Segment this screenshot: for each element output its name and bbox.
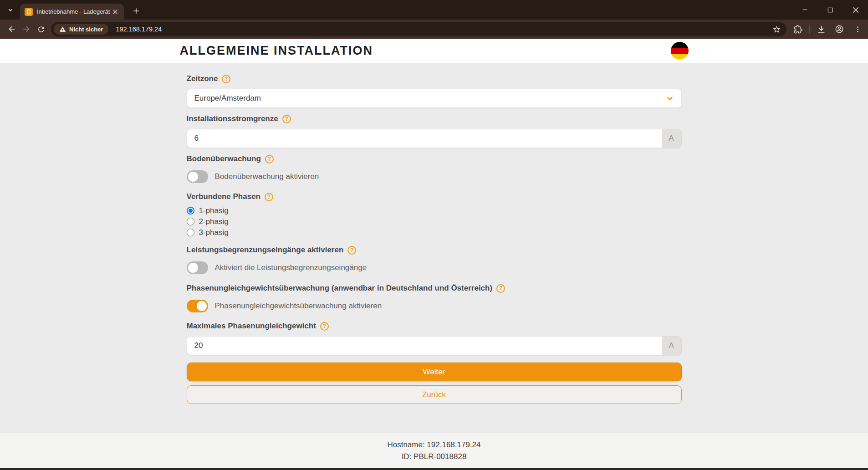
radio-label: 3-phasig	[199, 228, 229, 237]
timezone-label: Zeitzone	[187, 74, 218, 83]
phase-imbalance-label: Phasenungleichgewichtsüberwachung (anwen…	[187, 284, 493, 293]
max-imbalance-label: Maximales Phasenungleichgewicht	[187, 322, 316, 331]
address-bar[interactable]: Nicht sicher 192.168.179.24	[51, 22, 786, 36]
ampere-unit-suffix: A	[662, 129, 682, 148]
current-limit-group: A	[187, 129, 682, 148]
toolbar-separator	[809, 25, 810, 34]
tab-title: Inbetriebnahme - Ladegerät	[37, 8, 111, 15]
tab-strip: Inbetriebnahme - Ladegerät	[0, 0, 868, 20]
power-limit-label-row: Leistungsbegrenzungseingänge aktivieren …	[187, 245, 682, 255]
toolbar-actions	[791, 22, 864, 36]
browser-tab[interactable]: Inbetriebnahme - Ladegerät	[20, 4, 124, 20]
radio-option-1-phasig: 1-phasig	[187, 206, 682, 215]
max-imbalance-input[interactable]	[187, 336, 662, 355]
phases-radio-group: 1-phasig 2-phasig 3-phasig	[187, 206, 682, 237]
phase-imbalance-label-row: Phasenungleichgewichtsüberwachung (anwen…	[187, 284, 682, 293]
radio-button[interactable]	[187, 229, 194, 236]
timezone-label-row: Zeitzone ?	[187, 74, 682, 83]
back-button[interactable]	[5, 22, 19, 36]
phase-imbalance-toggle-label: Phasenungleichgewichtsüberwachung aktivi…	[215, 301, 382, 311]
extensions-icon[interactable]	[791, 22, 805, 36]
help-icon[interactable]: ?	[222, 75, 230, 83]
zurueck-button[interactable]: Zurück	[187, 385, 682, 404]
power-limit-row: Aktiviert die Leistungsbegrenzungseingän…	[187, 261, 682, 274]
screen-bottom-edge	[0, 468, 868, 470]
max-imbalance-group: A	[187, 336, 682, 355]
tab-search-button[interactable]	[4, 4, 17, 16]
main-content: Zeitzone ? Europe/Amsterdam Installation…	[0, 63, 868, 433]
phases-label: Verbundene Phasen	[187, 192, 261, 201]
warning-icon	[59, 26, 66, 33]
url-text: 192.168.179.24	[116, 26, 771, 33]
page-header: ALLGEMEINE INSTALLATION	[0, 39, 868, 63]
new-tab-button[interactable]	[129, 5, 143, 17]
help-icon[interactable]: ?	[265, 155, 274, 163]
radio-option-2-phasig: 2-phasig	[187, 217, 682, 226]
ground-monitoring-row: Bodenüberwachung aktivieren	[187, 170, 682, 183]
power-limit-label: Leistungsbegrenzungseingänge aktivieren	[187, 245, 344, 255]
page-footer: Hostname: 192.168.179.24 ID: PBLR-001882…	[0, 433, 868, 468]
radio-label: 2-phasig	[199, 217, 229, 226]
timezone-value: Europe/Amsterdam	[194, 94, 666, 103]
power-limit-toggle-label: Aktiviert die Leistungsbegrenzungseingän…	[215, 263, 367, 272]
device-id-text: ID: PBLR-0018828	[402, 452, 467, 461]
toggle-knob	[197, 301, 207, 311]
german-flag-icon[interactable]	[671, 42, 689, 60]
ground-monitoring-label-row: Bodenüberwachung ?	[187, 154, 682, 163]
ground-monitoring-toggle[interactable]	[187, 170, 208, 183]
hostname-text: Hostname: 192.168.179.24	[387, 440, 480, 450]
ground-monitoring-toggle-label: Bodenüberwachung aktivieren	[215, 172, 319, 181]
phase-imbalance-row: Phasenungleichgewichtsüberwachung aktivi…	[187, 300, 682, 312]
help-icon[interactable]: ?	[496, 284, 505, 293]
maximize-button[interactable]	[824, 4, 836, 16]
power-limit-toggle[interactable]	[187, 261, 208, 274]
phases-label-row: Verbundene Phasen ?	[187, 192, 682, 201]
radio-button[interactable]	[187, 218, 194, 225]
page-title: ALLGEMEINE INSTALLATION	[180, 44, 373, 58]
profile-icon[interactable]	[832, 22, 846, 36]
chevron-down-icon	[7, 6, 14, 14]
help-icon[interactable]: ?	[320, 322, 329, 331]
downloads-icon[interactable]	[814, 22, 828, 36]
current-limit-input[interactable]	[187, 129, 662, 148]
tab-close-icon[interactable]	[111, 8, 119, 16]
help-icon[interactable]: ?	[347, 246, 356, 255]
bookmark-star-icon[interactable]	[771, 24, 782, 35]
current-limit-label-row: Installationsstromgrenze ?	[187, 114, 682, 123]
security-chip[interactable]: Nicht sicher	[54, 24, 108, 35]
radio-label: 1-phasig	[199, 206, 229, 215]
browser-toolbar: Nicht sicher 192.168.179.24	[0, 20, 868, 39]
toggle-knob	[188, 172, 198, 182]
ground-monitoring-label: Bodenüberwachung	[187, 154, 261, 163]
toggle-knob	[188, 263, 198, 273]
browser-window: Inbetriebnahme - Ladegerät	[0, 0, 868, 470]
weiter-button[interactable]: Weiter	[187, 363, 682, 381]
help-icon[interactable]: ?	[265, 193, 273, 201]
window-controls	[799, 0, 863, 20]
radio-button[interactable]	[187, 207, 194, 215]
minimize-button[interactable]	[799, 4, 811, 16]
menu-kebab-icon[interactable]	[851, 22, 864, 36]
radio-option-3-phasig: 3-phasig	[187, 228, 682, 237]
chevron-down-icon	[666, 94, 674, 102]
current-limit-label: Installationsstromgrenze	[187, 114, 278, 123]
ampere-unit-suffix: A	[662, 336, 682, 355]
timezone-select[interactable]: Europe/Amsterdam	[187, 89, 682, 108]
forward-button[interactable]	[19, 22, 34, 36]
reload-button[interactable]	[34, 22, 48, 36]
close-window-button[interactable]	[850, 4, 862, 16]
site-favicon-icon	[25, 8, 33, 16]
help-icon[interactable]: ?	[282, 115, 291, 123]
security-label: Nicht sicher	[69, 26, 103, 33]
phase-imbalance-toggle[interactable]	[187, 300, 208, 312]
max-imbalance-label-row: Maximales Phasenungleichgewicht ?	[187, 322, 682, 331]
